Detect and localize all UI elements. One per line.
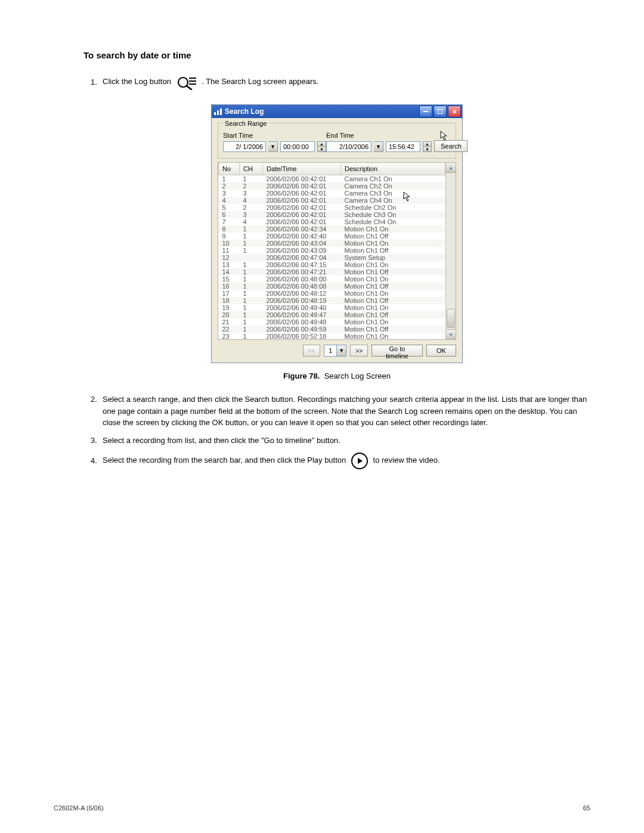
step-2-number: 2. <box>91 394 103 405</box>
table-row[interactable]: 1512006/02/06 00:48:00Motion Ch1 On <box>219 275 445 283</box>
go-to-timeline-button[interactable]: Go to timeline <box>371 345 423 357</box>
next-page-button[interactable]: >> <box>350 345 368 357</box>
log-table: No CH Date/Time Description 112006/02/06… <box>218 162 456 340</box>
cursor-icon <box>403 191 411 202</box>
table-row[interactable]: 122006/02/06 00:47:04System Setup <box>219 254 445 261</box>
step-4-number: 4. <box>91 455 103 467</box>
footer-left: C2602M-A (6/06) <box>54 804 104 812</box>
table-row[interactable]: 1612006/02/06 00:48:08Motion Ch1 Off <box>219 283 445 290</box>
chevron-down-icon[interactable]: ▼ <box>268 141 278 152</box>
minimize-icon[interactable] <box>419 106 432 117</box>
start-time-label: Start Time <box>223 132 326 139</box>
table-row[interactable]: 522006/02/06 00:42:01Schedule Ch2 On <box>219 204 445 211</box>
cursor-icon <box>440 131 448 141</box>
scrollbar-thumb[interactable] <box>447 309 455 328</box>
play-button-icon <box>351 452 369 470</box>
log-button-icon <box>176 75 197 90</box>
table-row[interactable]: 912006/02/06 00:42:40Motion Ch1 Off <box>219 233 445 240</box>
close-icon[interactable] <box>448 106 461 117</box>
svg-line-1 <box>187 86 191 89</box>
table-row[interactable]: 2112006/02/06 00:49:48Motion Ch1 On <box>219 318 445 326</box>
end-date-input[interactable]: 2/10/2006 <box>326 141 371 152</box>
table-row[interactable]: 742006/02/06 00:42:01Schedule Ch4 On <box>219 218 445 225</box>
table-row[interactable]: 2212006/02/06 00:49:59Motion Ch1 Off <box>219 326 445 333</box>
step-1-text-b: . The Search Log screen appears. <box>202 77 318 86</box>
col-description[interactable]: Description <box>341 163 445 175</box>
table-row[interactable]: 2012006/02/06 00:49:47Motion Ch1 Off <box>219 311 445 318</box>
svg-rect-3 <box>189 80 196 82</box>
table-row[interactable]: 222006/02/06 00:42:01Camera Ch2 On <box>219 182 445 190</box>
ok-button[interactable]: OK <box>426 345 456 357</box>
footer-right: 65 <box>583 804 590 812</box>
start-date-input[interactable]: 2/ 1/2006 <box>223 141 266 152</box>
end-time-spinner[interactable]: ▲▼ <box>423 141 432 152</box>
table-row[interactable]: 812006/02/06 00:42:34Motion Ch1 On <box>219 225 445 233</box>
table-row[interactable]: 2312006/02/06 00:52:18Motion Ch1 On <box>219 333 445 339</box>
figure-caption: Figure 78. Search Log Screen <box>83 371 590 380</box>
search-button[interactable]: Search <box>434 140 467 152</box>
step-4-text-b: to review the video. <box>373 456 440 465</box>
search-range-group: Search Range Start Time 2/ 1/2006 ▼ 00:0… <box>218 123 456 159</box>
table-row[interactable]: 1112006/02/06 00:43:09Motion Ch1 Off <box>219 247 445 254</box>
step-1-number: 1. <box>91 76 103 88</box>
table-row[interactable]: 1912006/02/06 00:49:40Motion Ch1 On <box>219 304 445 311</box>
end-time-input[interactable]: 15:56:42 <box>386 141 420 152</box>
maximize-icon[interactable] <box>434 106 447 117</box>
heading: To search by date or time <box>83 50 590 60</box>
end-time-label: End Time <box>326 132 432 139</box>
start-time-input[interactable]: 00:00:00 <box>280 141 315 152</box>
table-row[interactable]: 1012006/02/06 00:43:04Motion Ch1 On <box>219 240 445 247</box>
search-log-window: Search Log Search Range Start Time 2/ 1/… <box>211 104 463 363</box>
table-row[interactable]: 1412006/02/06 00:47:21Motion Ch1 Off <box>219 268 445 275</box>
scrollbar[interactable]: ▴ ▾ <box>445 163 456 339</box>
window-title: Search Log <box>225 107 419 116</box>
table-row[interactable]: 112006/02/06 00:42:01Camera Ch1 On <box>219 175 445 183</box>
prev-page-button[interactable]: << <box>303 345 321 357</box>
scroll-down-icon[interactable]: ▾ <box>446 329 456 339</box>
svg-rect-2 <box>189 78 196 79</box>
step-1-text-a: Click the Log button <box>103 77 171 86</box>
step-3-text: Select a recording from list, and then c… <box>103 435 590 447</box>
window-icon <box>214 108 222 115</box>
scroll-up-icon[interactable]: ▴ <box>446 163 456 173</box>
step-2-text: Select a search range, and then click th… <box>103 394 590 429</box>
chevron-down-icon[interactable]: ▼ <box>337 345 346 357</box>
chevron-down-icon[interactable]: ▼ <box>374 141 383 152</box>
col-ch[interactable]: CH <box>240 163 263 175</box>
table-row[interactable]: 1712006/02/06 00:48:12Motion Ch1 On <box>219 290 445 297</box>
page-number-input[interactable]: 1 <box>324 345 337 357</box>
step-4-text-a: Select the recording from the search bar… <box>103 456 346 465</box>
col-no[interactable]: No <box>219 163 240 175</box>
table-row[interactable]: 1812006/02/06 00:48:19Motion Ch1 Off <box>219 297 445 304</box>
table-row[interactable]: 632006/02/06 00:42:01Schedule Ch3 On <box>219 211 445 218</box>
table-row[interactable]: 1312006/02/06 00:47:15Motion Ch1 On <box>219 261 445 268</box>
col-datetime[interactable]: Date/Time <box>263 163 341 175</box>
svg-rect-4 <box>189 83 196 85</box>
step-3-number: 3. <box>91 435 103 447</box>
start-time-spinner[interactable]: ▲▼ <box>317 141 326 152</box>
table-header-row: No CH Date/Time Description <box>219 163 445 175</box>
search-range-legend: Search Range <box>223 120 268 127</box>
